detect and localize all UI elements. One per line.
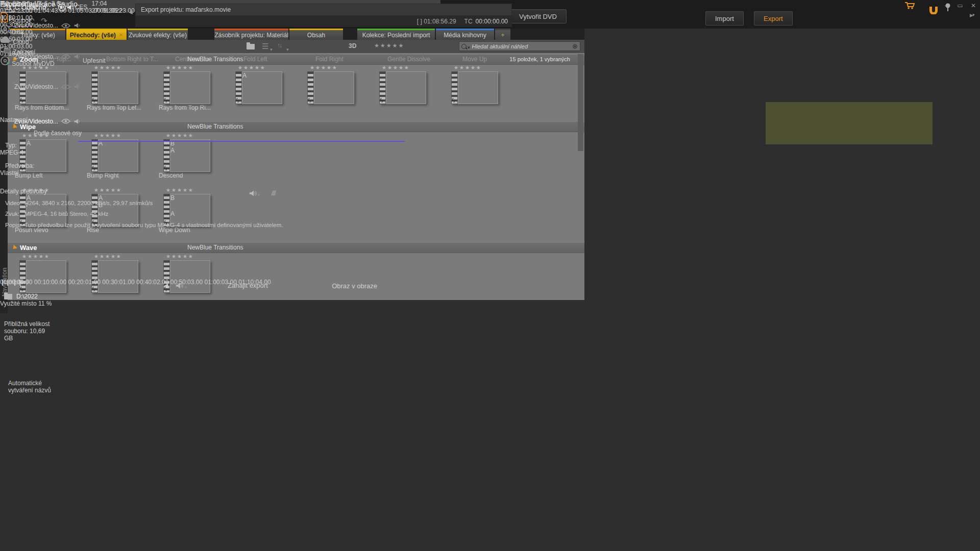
export-type-label: Cloud	[13, 38, 29, 45]
shop-cart-icon[interactable]	[904, 2, 916, 10]
auto-name-label: Automatické vytváření názvů	[8, 380, 52, 394]
audio-value: MPEG-4, 16 bitů Stereo, 48 kHz	[24, 211, 108, 217]
video-value: H264, 3840 x 2160, 22000 kBit/s, 29,97 s…	[24, 200, 153, 206]
range-timecode: [ ] 01:08:56.29	[417, 18, 456, 25]
import-button[interactable]: Import	[705, 11, 744, 26]
description-value: Tuto předvolbu lze použít k vytvoření so…	[24, 221, 283, 230]
devices-icon	[0, 48, 13, 56]
tray-volume-icon[interactable]	[66, 4, 75, 11]
ruler-label: 00:40:02.00	[136, 279, 168, 286]
settings-panel: Nastavení Podle časové osy Typ: MPEG-4 P…	[0, 116, 288, 188]
photo-clip[interactable]	[0, 407, 15, 441]
new-tab-button[interactable]: +	[495, 29, 510, 40]
scroll-right-icon[interactable]: ▶	[970, 13, 973, 18]
project-label: Export projektu: maďarsko.movie	[141, 6, 231, 13]
marker-icon[interactable]	[944, 3, 951, 13]
location-header: Umístění	[0, 279, 52, 286]
start-export-button[interactable]: Zahájit export	[228, 282, 288, 294]
ruler-label: 00:50:03.00	[170, 279, 203, 286]
window-maximize-button[interactable]: ▭	[953, 2, 967, 11]
timecode-value: 00:00:00.00	[476, 18, 508, 25]
meet-now-icon[interactable]	[58, 3, 66, 12]
file-size-label: Přibližná velikost souboru: 10,69 GB	[4, 320, 52, 342]
advanced-button[interactable]: Upřesnit	[83, 57, 119, 67]
magnet-icon[interactable]	[928, 6, 939, 14]
type-label: Typ:	[5, 142, 17, 149]
mydvd-disc-icon	[0, 60, 12, 67]
settings-header: Nastavení	[0, 116, 288, 123]
type-select[interactable]: MPEG-4	[0, 149, 88, 156]
audio-label: Zvuk:	[5, 211, 24, 217]
ruler-label: 00:20:01.00	[68, 279, 101, 286]
search-dropdown-icon[interactable]	[468, 42, 470, 51]
green-clip[interactable]	[0, 441, 30, 475]
tray-expand-icon[interactable]: ⌃	[51, 3, 58, 12]
clock-date: 27.09.2022	[91, 7, 122, 14]
location-panel: Umístění D:\2022 Využité místo 11 % Přib…	[0, 279, 52, 307]
volume-dropdown-icon[interactable]	[258, 189, 260, 198]
search-box[interactable]: Hledat aktuální náhled	[459, 41, 580, 51]
audio-waveform-clip[interactable]	[0, 500, 413, 542]
markers-icon[interactable]: ⫽⫽	[272, 189, 276, 197]
preset-select[interactable]: Vlastní	[0, 169, 88, 177]
disc-icon	[0, 29, 12, 36]
project-row: Export projektu: maďarsko.movie	[135, 4, 512, 16]
bolt-icon	[20, 96, 23, 104]
type-value: MPEG-4	[0, 149, 23, 156]
export-button[interactable]: Export	[754, 11, 793, 26]
preset-details-panel: Detaily předvolby Video: H264, 3840 x 21…	[0, 188, 288, 279]
export-type-label: Disk	[12, 29, 23, 36]
waveform-dense-region	[766, 102, 933, 144]
disk-usage-bar: Využité místo 11 %	[0, 300, 52, 307]
preset-value: Vlastní	[0, 169, 19, 177]
transition-item[interactable]: ★★★★★	[447, 65, 507, 104]
tab-media-knihovny[interactable]: Média knihovny	[436, 29, 494, 40]
item-count-label: 15 položek, 1 vybraných	[509, 56, 570, 62]
export-type-cloud[interactable]: Cloud	[0, 36, 288, 45]
export-type-mydvd[interactable]: Soubor MyDVD	[0, 56, 288, 67]
library-scrollbar[interactable]	[578, 54, 583, 151]
taskbar-clock[interactable]: 17:04 27.09.2022	[91, 0, 122, 14]
search-icon	[461, 44, 467, 49]
language-indicator[interactable]: CES	[75, 4, 88, 11]
export-type-zarizeni[interactable]: Zařízení	[0, 45, 288, 56]
cloud-icon	[0, 38, 13, 45]
export-type-label: Zařízení	[13, 48, 35, 56]
weather-label[interactable]: 11°C Oblačno	[5, 4, 46, 11]
disk-usage-label: Využité místo 11 %	[0, 300, 52, 307]
file-icon	[0, 17, 11, 24]
search-clear-icon[interactable]	[572, 42, 578, 50]
tc-label: TC	[464, 18, 473, 25]
green-clip[interactable]	[0, 475, 30, 500]
dialog-transport: ⫽⫽	[135, 187, 512, 200]
export-type-label: Soubor MyDVD	[12, 60, 54, 67]
folder-icon[interactable]	[4, 294, 12, 299]
taskbar: 11°C Oblačno ⌃ CES 17:04 27.09.2022	[0, 0, 135, 14]
pinnacle-studio-window: Soubor Úprava Nastavení E-obchod ? Zobra…	[0, 0, 980, 551]
ghost-name: Move Up	[462, 56, 487, 63]
timeline-range-label: Podle časové osy	[34, 130, 82, 137]
volume-icon[interactable]	[249, 190, 258, 197]
export-dialog: Exportér aplikace Studio Typ exportu Sou…	[0, 0, 288, 279]
search-input[interactable]: Hledat aktuální náhled	[472, 43, 573, 49]
dialog-timecode-row: [ ] 01:08:56.29 TC 00:00:00.00	[135, 16, 512, 27]
export-type-label: Soubor	[11, 17, 31, 24]
audio-sub-clips[interactable]	[0, 314, 440, 407]
clock-time: 17:04	[91, 0, 122, 7]
mode-vytvorit-dvd-button[interactable]: Vytvořit DVD	[509, 9, 567, 23]
video-label: Video:	[5, 200, 24, 206]
ruler-label: 00:30:01.00	[102, 279, 134, 286]
export-path[interactable]: D:\2022	[16, 293, 38, 300]
audio-waveform-clip[interactable]	[0, 542, 440, 551]
